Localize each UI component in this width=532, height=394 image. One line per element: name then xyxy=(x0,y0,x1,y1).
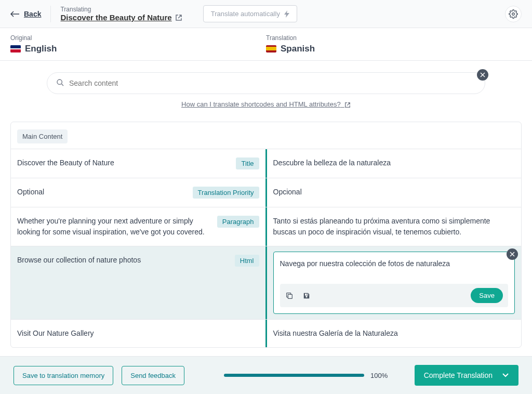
table-row[interactable]: Optional Translation Priority Opcional xyxy=(11,178,521,207)
external-link-icon xyxy=(344,102,351,108)
complete-label: Complete Translation xyxy=(424,371,493,379)
edit-toolbar: Save xyxy=(280,284,509,307)
translation-language-name: Spanish xyxy=(281,44,315,54)
help-link[interactable]: How can I translate shortcodes and HTML … xyxy=(0,97,532,114)
progress-percent: 100% xyxy=(370,372,388,379)
source-text: Whether you're planning your next advent… xyxy=(17,216,212,238)
gear-icon xyxy=(509,9,518,19)
svg-point-1 xyxy=(57,80,62,84)
table-row[interactable]: Whether you're planning your next advent… xyxy=(11,207,521,246)
original-language-col: Original English xyxy=(10,34,266,54)
type-tag: Paragraph xyxy=(217,216,259,228)
section-title: Main Content xyxy=(17,129,68,143)
source-text: Visit Our Nature Gallery xyxy=(17,328,259,339)
back-button[interactable]: Back xyxy=(10,10,41,18)
close-editor-button[interactable] xyxy=(507,248,518,260)
source-text: Optional xyxy=(17,187,188,198)
footer-bar: Save to translation memory Send feedback… xyxy=(0,356,532,394)
close-icon xyxy=(510,252,515,257)
back-label: Back xyxy=(24,10,41,18)
translating-label: Translating xyxy=(60,6,182,13)
svg-rect-3 xyxy=(305,293,308,295)
original-label: Original xyxy=(10,34,266,42)
original-language-name: English xyxy=(25,44,57,54)
translate-auto-label: Translate automatically xyxy=(211,10,280,18)
close-icon xyxy=(480,72,485,77)
settings-button[interactable] xyxy=(505,6,522,22)
translation-language-col: Translation Spanish xyxy=(266,34,522,54)
translate-auto-button[interactable]: Translate automatically xyxy=(203,5,297,22)
svg-point-0 xyxy=(512,12,515,15)
clear-search-button[interactable] xyxy=(477,69,488,81)
save-memory-button[interactable]: Save to translation memory xyxy=(14,366,113,385)
target-text[interactable]: Descubre la belleza de la naturaleza xyxy=(267,149,522,178)
edit-panel: Navega por nuestra colección de fotos de… xyxy=(273,252,515,314)
complete-translation-button[interactable]: Complete Translation xyxy=(415,365,518,386)
lightning-icon xyxy=(284,10,289,18)
target-text[interactable]: Opcional xyxy=(267,178,522,207)
type-tag: Html xyxy=(235,255,259,267)
target-text[interactable]: Visita nuestra Galería de la Naturaleza xyxy=(267,320,522,347)
send-feedback-button[interactable]: Send feedback xyxy=(122,366,184,385)
help-link-text: How can I translate shortcodes and HTML … xyxy=(181,100,341,108)
target-text[interactable]: Tanto si estás planeando tu próxima aven… xyxy=(267,207,522,246)
progress-bar xyxy=(224,374,364,377)
divider xyxy=(50,6,51,22)
uk-flag-icon xyxy=(10,45,21,52)
top-bar: Back Translating Discover the Beauty of … xyxy=(0,0,532,28)
svg-rect-2 xyxy=(288,294,292,298)
progress: 100% xyxy=(203,372,396,379)
svg-rect-4 xyxy=(307,293,307,295)
edit-textarea[interactable]: Navega por nuestra colección de fotos de… xyxy=(280,258,509,269)
save-button[interactable]: Save xyxy=(471,288,503,303)
save-disk-icon xyxy=(303,292,310,299)
search-section xyxy=(0,61,532,97)
table-row-active[interactable]: Browse our collection of nature photos H… xyxy=(11,246,521,319)
search-icon xyxy=(56,78,64,87)
source-text: Browse our collection of nature photos xyxy=(17,255,230,266)
translation-label: Translation xyxy=(266,34,522,42)
chevron-down-icon xyxy=(502,373,509,378)
copy-button[interactable] xyxy=(285,292,294,300)
source-text: Discover the Beauty of Nature xyxy=(17,157,231,168)
document-title[interactable]: Discover the Beauty of Nature xyxy=(60,13,182,22)
table-row[interactable]: Discover the Beauty of Nature Title Desc… xyxy=(11,149,521,178)
search-input[interactable] xyxy=(47,72,485,94)
type-tag: Title xyxy=(236,157,259,169)
document-title-text: Discover the Beauty of Nature xyxy=(60,13,171,22)
table-row[interactable]: Visit Our Nature Gallery Visita nuestra … xyxy=(11,319,521,347)
content-panel: Main Content Discover the Beauty of Natu… xyxy=(10,122,522,348)
type-tag: Translation Priority xyxy=(193,187,259,199)
save-disk-button[interactable] xyxy=(303,292,310,299)
language-bar: Original English Translation Spanish xyxy=(0,28,532,61)
arrow-left-icon xyxy=(10,11,20,17)
external-link-icon xyxy=(175,14,182,21)
translating-block: Translating Discover the Beauty of Natur… xyxy=(60,6,182,22)
copy-icon xyxy=(285,292,294,300)
spain-flag-icon xyxy=(266,45,276,52)
